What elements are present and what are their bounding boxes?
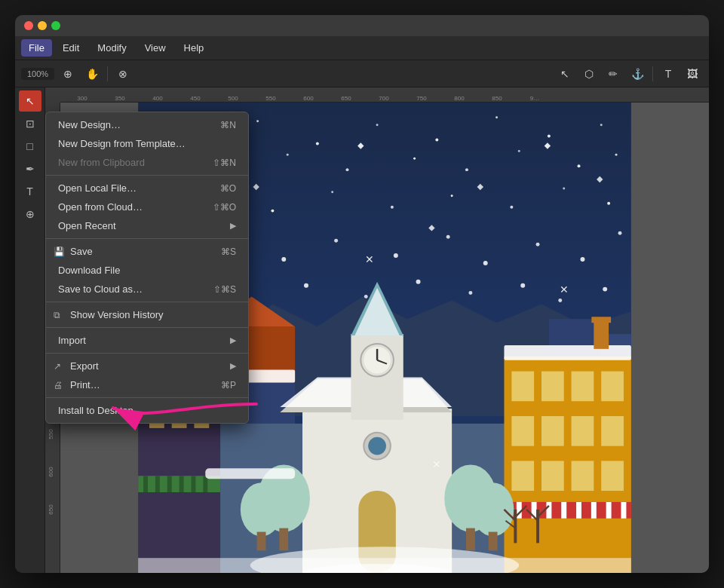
tools-sidebar: ↖ ⊡ □ ✒ T ⊕ <box>15 87 45 573</box>
toolbar-separator-1 <box>107 66 108 81</box>
magnet-btn[interactable]: ⊗ <box>112 64 133 84</box>
select-btn[interactable]: ↖ <box>554 64 575 84</box>
menu-item-open-local[interactable]: Open Local File… ⌘O <box>46 179 248 198</box>
menu-item-open-local-label: Open Local File… <box>58 182 137 194</box>
dd-sep-4 <box>46 327 248 328</box>
menu-item-open-cloud-label: Open from Cloud… <box>58 201 143 213</box>
dd-sep-6 <box>46 397 248 398</box>
zoom-fit-btn[interactable]: ⊕ <box>57 64 78 84</box>
menu-item-export-arrow: ▶ <box>230 361 236 371</box>
version-icon: ⧉ <box>54 310 60 320</box>
canvas-area: 300 350 400 450 500 550 600 650 700 750 … <box>45 87 709 573</box>
menu-item-import[interactable]: Import ▶ <box>46 331 248 350</box>
minimize-button[interactable] <box>38 21 47 30</box>
menu-item-save-shortcut: ⌘S <box>221 247 236 257</box>
dd-sep-2 <box>46 238 248 239</box>
menu-item-open-cloud-shortcut: ⇧⌘O <box>213 202 236 213</box>
menu-item-save-cloud[interactable]: Save to Cloud as… ⇧⌘S <box>46 280 248 299</box>
menu-item-new-clipboard-shortcut: ⇧⌘N <box>213 158 236 168</box>
dd-sep-3 <box>46 302 248 302</box>
file-dropdown-menu: New Design… ⌘N New Design from Template…… <box>45 112 249 424</box>
main-area: ↖ ⊡ □ ✒ T ⊕ 300 350 400 450 500 550 600 <box>15 87 709 573</box>
title-bar <box>15 15 709 36</box>
save-icon: 💾 <box>54 247 65 257</box>
menu-item-version-history-label: Show Version History <box>70 309 164 320</box>
menu-item-new-design[interactable]: New Design… ⌘N <box>46 115 248 134</box>
menu-item-print[interactable]: 🖨 Print… ⌘P <box>46 375 248 394</box>
tool-crop[interactable]: ⊡ <box>19 113 41 134</box>
menu-item-open-recent[interactable]: Open Recent ▶ <box>46 216 248 235</box>
dropdown-overlay: New Design… ⌘N New Design from Template…… <box>45 87 709 573</box>
menu-item-import-arrow: ▶ <box>230 335 236 345</box>
maximize-button[interactable] <box>51 21 60 30</box>
zoom-display[interactable]: 100% <box>21 68 54 80</box>
close-button[interactable] <box>24 21 33 30</box>
tool-pen[interactable]: ✒ <box>19 158 41 179</box>
menu-item-new-design-shortcut: ⌘N <box>220 120 236 130</box>
app-window: File Edit Modify View Help 100% ⊕ ✋ ⊗ ↖ … <box>15 15 709 573</box>
image-btn[interactable]: 🖼 <box>682 64 703 84</box>
menu-item-install-desktop-label: Install to Desktop <box>58 405 133 416</box>
menu-file[interactable]: File <box>21 39 52 57</box>
dd-sep-1 <box>46 175 248 176</box>
menu-edit[interactable]: Edit <box>55 39 87 57</box>
menu-item-open-cloud[interactable]: Open from Cloud… ⇧⌘O <box>46 198 248 216</box>
tool-zoom[interactable]: ⊕ <box>19 204 41 225</box>
menu-item-open-recent-arrow: ▶ <box>230 221 236 231</box>
menu-item-import-label: Import <box>58 335 86 346</box>
menu-item-print-label: Print… <box>70 379 100 390</box>
traffic-lights <box>24 21 60 30</box>
menu-item-print-shortcut: ⌘P <box>221 380 236 390</box>
menu-item-export-label: Export <box>70 360 99 372</box>
menu-item-save[interactable]: 💾 Save ⌘S <box>46 242 248 261</box>
anchor-btn[interactable]: ⚓ <box>627 64 648 84</box>
pen-btn[interactable]: ✏ <box>603 64 624 84</box>
menu-item-download-file-label: Download File <box>58 265 120 276</box>
tool-select[interactable]: ↖ <box>19 90 41 112</box>
menu-item-download-file[interactable]: Download File <box>46 261 248 280</box>
text-btn[interactable]: T <box>658 64 679 84</box>
menu-item-new-design-label: New Design… <box>58 119 121 130</box>
menu-item-save-cloud-label: Save to Cloud as… <box>58 283 143 295</box>
menu-item-export[interactable]: ↗ Export ▶ <box>46 357 248 375</box>
dd-sep-5 <box>46 353 248 354</box>
menu-item-open-local-shortcut: ⌘O <box>220 183 236 194</box>
menu-modify[interactable]: Modify <box>90 39 133 57</box>
export-icon: ↗ <box>54 361 61 372</box>
menu-item-new-template-label: New Design from Template… <box>58 138 186 149</box>
toolbar: 100% ⊕ ✋ ⊗ ↖ ⬡ ✏ ⚓ T 🖼 <box>15 60 709 87</box>
pan-btn[interactable]: ✋ <box>81 64 103 84</box>
menu-item-save-label: Save <box>70 246 93 257</box>
menu-item-new-clipboard-label: New from Clipboard <box>58 157 145 168</box>
toolbar-separator-2 <box>652 66 653 81</box>
print-icon: 🖨 <box>54 380 63 390</box>
menu-item-install-desktop[interactable]: Install to Desktop <box>46 401 248 420</box>
menu-help[interactable]: Help <box>176 39 212 57</box>
menu-item-open-recent-label: Open Recent <box>58 220 116 231</box>
menu-item-new-template[interactable]: New Design from Template… <box>46 134 248 153</box>
menu-item-save-cloud-shortcut: ⇧⌘S <box>213 284 236 295</box>
tool-text[interactable]: T <box>19 181 41 202</box>
menu-item-version-history[interactable]: ⧉ Show Version History <box>46 305 248 324</box>
menu-view[interactable]: View <box>137 39 173 57</box>
menu-item-new-clipboard: New from Clipboard ⇧⌘N <box>46 153 248 172</box>
tool-shape[interactable]: □ <box>19 136 41 157</box>
shape-btn[interactable]: ⬡ <box>578 64 600 84</box>
menu-bar: File Edit Modify View Help <box>15 36 709 60</box>
